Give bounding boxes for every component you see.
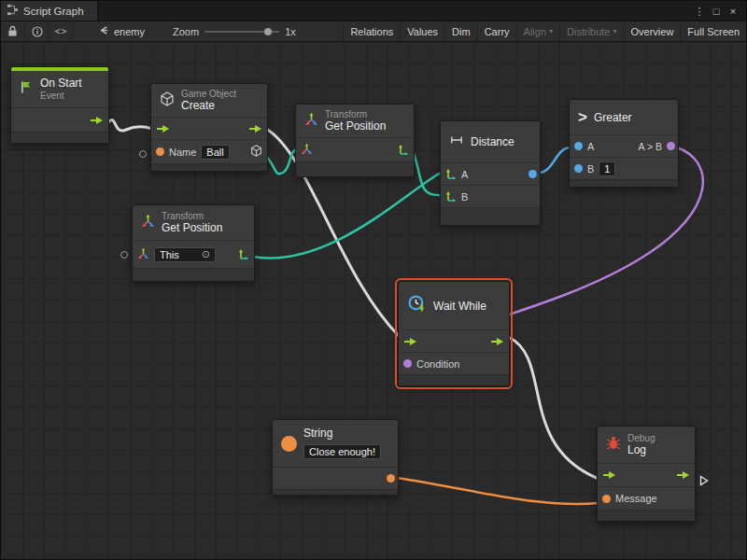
node-title: Distance xyxy=(471,135,514,148)
graph-context[interactable]: enemy xyxy=(74,24,154,38)
code-view-button[interactable]: <> xyxy=(49,21,74,41)
carry-button[interactable]: Carry xyxy=(477,21,516,41)
script-graph-window: Script Graph ⋮ □ × <> enemy Zoom xyxy=(0,0,747,560)
game-object-output-port[interactable] xyxy=(250,144,262,161)
relations-button[interactable]: Relations xyxy=(343,21,400,41)
message-port-label: Message xyxy=(615,493,657,504)
node-title: Get Position xyxy=(325,120,386,133)
node-title: Greater xyxy=(594,111,632,124)
graph-toolbar: <> enemy Zoom 1x Relations Values Dim Ca… xyxy=(1,21,746,42)
game-object-icon xyxy=(160,91,175,110)
zoom-slider-handle[interactable] xyxy=(264,28,272,35)
a-port-label: A xyxy=(587,141,594,152)
name-input-port[interactable] xyxy=(156,147,164,156)
name-field[interactable]: Ball xyxy=(201,145,229,160)
wire-create-to-getposition[interactable] xyxy=(264,149,297,174)
node-footer xyxy=(399,374,509,385)
transform-icon xyxy=(304,112,318,130)
transform-input-port[interactable] xyxy=(301,142,313,159)
string-output-port[interactable] xyxy=(387,474,395,483)
chevron-down-icon: ▾ xyxy=(613,27,617,35)
graph-context-icon xyxy=(98,24,110,38)
info-button[interactable] xyxy=(25,21,49,41)
window-title: Script Graph xyxy=(23,6,84,17)
string-value-field[interactable]: Close enough! xyxy=(303,444,381,460)
maximize-icon[interactable]: □ xyxy=(708,2,725,21)
wire-distance-to-greater[interactable] xyxy=(539,147,571,173)
node-string-literal[interactable]: String Close enough! xyxy=(272,419,399,496)
node-footer xyxy=(296,161,414,176)
control-output-port[interactable] xyxy=(676,467,690,483)
control-output-port[interactable] xyxy=(490,333,504,350)
distance-icon xyxy=(449,133,464,150)
control-input-port[interactable] xyxy=(156,120,170,137)
string-icon xyxy=(281,436,297,452)
node-debug-log[interactable]: Debug Log Message xyxy=(597,426,696,522)
align-button[interactable]: Align▾ xyxy=(516,21,559,41)
target-field[interactable]: This ⊙ xyxy=(154,247,216,262)
zoom-value: 1x xyxy=(285,26,296,37)
condition-input-port[interactable] xyxy=(403,359,412,368)
info-icon xyxy=(32,26,43,37)
node-distance[interactable]: Distance A B xyxy=(440,120,541,226)
node-get-position-bottom[interactable]: Transform Get Position This ⊙ xyxy=(132,204,255,282)
a-input-port[interactable] xyxy=(574,142,583,150)
node-get-position-top[interactable]: Transform Get Position xyxy=(295,104,415,177)
dim-button[interactable]: Dim xyxy=(444,21,477,41)
unconnected-port-ring[interactable] xyxy=(120,251,128,259)
vector-a-input-port[interactable] xyxy=(445,166,457,183)
b-port-label: B xyxy=(461,191,468,203)
node-footer xyxy=(11,132,108,143)
control-output-port[interactable] xyxy=(248,120,262,137)
control-input-port[interactable] xyxy=(602,467,616,483)
b-input-port[interactable] xyxy=(574,164,583,173)
node-wait-while[interactable]: Wait While Condition xyxy=(398,281,510,386)
lock-icon xyxy=(7,25,18,37)
vector-output-port[interactable] xyxy=(238,246,249,263)
control-input-port[interactable] xyxy=(403,333,417,350)
wire-onstart-to-create[interactable] xyxy=(108,120,152,131)
control-output-port[interactable] xyxy=(90,112,104,129)
node-header: On Start Event xyxy=(11,71,108,107)
vector-output-port[interactable] xyxy=(398,142,409,159)
wire-getposition-to-distance-a[interactable] xyxy=(253,173,441,259)
values-button[interactable]: Values xyxy=(400,21,444,41)
node-game-object-create[interactable]: Game Object Create Name Ball xyxy=(150,83,268,172)
overview-button[interactable]: Overview xyxy=(624,21,681,41)
wire-string-to-message[interactable] xyxy=(397,478,599,504)
target-picker-icon[interactable]: ⊙ xyxy=(202,249,210,259)
window-menu-icon[interactable]: ⋮ xyxy=(691,2,708,21)
wire-waitwhile-to-log[interactable] xyxy=(508,337,599,479)
b-value-field[interactable]: 1 xyxy=(599,161,615,176)
zoom-slider[interactable] xyxy=(204,26,279,37)
flow-continue-arrow xyxy=(699,473,709,490)
distance-output-port[interactable] xyxy=(529,170,537,178)
chevron-down-icon: ▾ xyxy=(549,27,553,35)
unconnected-port-ring[interactable] xyxy=(139,150,147,158)
window-controls: ⋮ □ × xyxy=(691,2,746,21)
close-icon[interactable]: × xyxy=(725,2,741,21)
graph-context-label: enemy xyxy=(114,26,145,37)
node-header: Transform Get Position xyxy=(296,105,414,137)
window-tab[interactable]: Script Graph xyxy=(1,1,98,21)
wire-getposition-to-distance-b[interactable] xyxy=(413,150,441,195)
message-input-port[interactable] xyxy=(602,495,611,503)
transform-input-port[interactable] xyxy=(137,246,149,263)
distribute-button[interactable]: Distribute▾ xyxy=(559,21,623,41)
node-on-start-event[interactable]: On Start Event xyxy=(10,66,109,144)
node-title: Get Position xyxy=(162,222,222,235)
node-footer xyxy=(151,163,267,171)
greater-icon: > xyxy=(578,109,587,125)
vector-b-input-port[interactable] xyxy=(445,189,457,205)
toolbar-buttons: Relations Values Dim Carry Align▾ Distri… xyxy=(343,21,746,41)
node-footer xyxy=(133,268,254,281)
fullscreen-button[interactable]: Full Screen xyxy=(680,21,746,41)
titlebar: Script Graph ⋮ □ × xyxy=(1,1,746,21)
node-header: String Close enough! xyxy=(273,420,398,467)
node-footer xyxy=(273,489,398,495)
lock-button[interactable] xyxy=(1,21,25,41)
boolean-output-port[interactable] xyxy=(667,142,675,150)
graph-canvas[interactable]: On Start Event Game Object Create xyxy=(1,42,747,560)
node-greater[interactable]: > Greater A A > B B 1 xyxy=(569,99,679,188)
zoom-label: Zoom xyxy=(173,26,199,37)
